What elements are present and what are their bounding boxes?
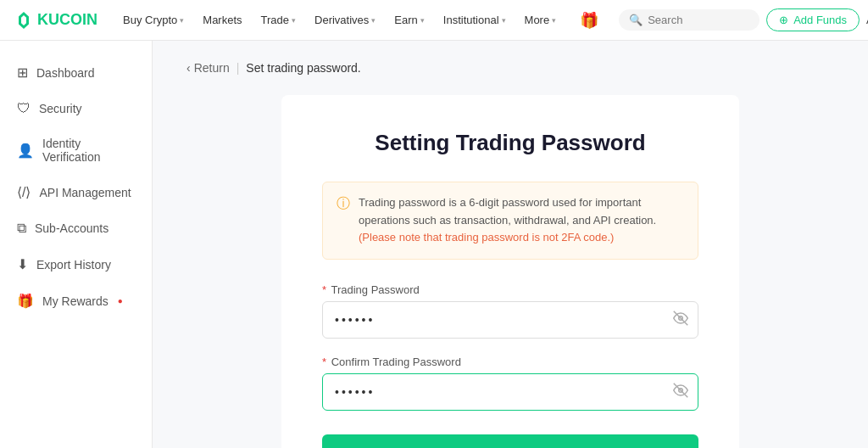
nav-earn[interactable]: Earn ▾ (386, 0, 432, 41)
brand-name: KUCOIN (37, 11, 97, 29)
trading-password-input-wrap (322, 301, 698, 339)
search-bar[interactable]: 🔍 (619, 9, 760, 31)
navbar-right: ⊕ Add Funds Assets ▾ Orders ▾ AM 🔔 ☰ (766, 8, 868, 32)
confirm-password-label: * Confirm Trading Password (322, 356, 698, 368)
layers-icon: ⧉ (17, 221, 26, 236)
confirm-password-field-group: * Confirm Trading Password (322, 356, 698, 411)
search-input[interactable] (648, 14, 749, 26)
form-title: Setting Trading Password (322, 129, 698, 158)
chevron-down-icon: ▾ (502, 16, 506, 25)
nav-gift-icon[interactable]: 🎁 (571, 0, 607, 41)
breadcrumb-current: Set trading password. (246, 61, 360, 75)
sidebar-item-identity-verification[interactable]: 👤 Identity Verification (0, 126, 152, 174)
sidebar-item-security[interactable]: 🛡 Security (0, 91, 152, 126)
info-icon: ⓘ (337, 195, 350, 213)
sidebar-item-sub-accounts[interactable]: ⧉ Sub-Accounts (0, 210, 152, 246)
grid-icon: ⊞ (17, 64, 28, 81)
chevron-down-icon: ▾ (371, 16, 376, 25)
user-check-icon: 👤 (17, 143, 34, 159)
rewards-badge: ● (118, 296, 123, 305)
gift-icon: 🎁 (17, 293, 34, 309)
code-icon: ⟨/⟩ (17, 184, 31, 200)
form-card: Setting Trading Password ⓘ Trading passw… (281, 95, 739, 448)
info-box: ⓘ Trading password is a 6-digit password… (322, 182, 698, 260)
nav-trade[interactable]: Trade ▾ (253, 0, 304, 41)
add-funds-button[interactable]: ⊕ Add Funds (766, 8, 860, 31)
nav-markets[interactable]: Markets (194, 0, 250, 41)
password-visibility-toggle-1[interactable] (673, 311, 688, 329)
back-button[interactable]: ‹ Return (186, 61, 230, 75)
download-icon: ⬇ (17, 256, 28, 272)
chevron-down-icon: ▾ (180, 16, 184, 25)
trading-password-input[interactable] (322, 301, 698, 339)
sidebar-item-dashboard[interactable]: ⊞ Dashboard (0, 54, 152, 91)
nav-institutional[interactable]: Institutional ▾ (435, 0, 515, 41)
password-visibility-toggle-2[interactable] (673, 383, 688, 401)
sidebar-item-my-rewards[interactable]: 🎁 My Rewards ● (0, 283, 152, 319)
nav-menu: Buy Crypto ▾ Markets Trade ▾ Derivatives… (114, 0, 612, 41)
sidebar: ⊞ Dashboard 🛡 Security 👤 Identity Verifi… (0, 41, 153, 448)
nav-derivatives[interactable]: Derivatives ▾ (306, 0, 384, 41)
trading-password-field-group: * Trading Password (322, 283, 698, 339)
sidebar-item-export-history[interactable]: ⬇ Export History (0, 246, 152, 283)
info-text: Trading password is a 6-digit password u… (359, 194, 684, 247)
chevron-down-icon: ▾ (292, 16, 296, 25)
chevron-down-icon: ▾ (420, 16, 425, 25)
logo[interactable]: KUCOIN (14, 10, 97, 31)
confirm-password-input[interactable] (322, 373, 698, 411)
nav-more[interactable]: More ▾ (516, 0, 565, 41)
breadcrumb: ‹ Return | Set trading password. (186, 61, 834, 75)
trading-password-label: * Trading Password (322, 283, 698, 296)
back-arrow-icon: ‹ (186, 61, 191, 75)
main-content: ‹ Return | Set trading password. Setting… (153, 41, 868, 448)
breadcrumb-separator: | (236, 61, 240, 75)
layout: ⊞ Dashboard 🛡 Security 👤 Identity Verifi… (0, 41, 868, 448)
confirm-password-input-wrap (322, 373, 698, 411)
chevron-down-icon: ▾ (552, 16, 556, 25)
confirm-button[interactable]: Confirm (322, 434, 698, 448)
shield-icon: 🛡 (17, 101, 31, 116)
navbar: KUCOIN Buy Crypto ▾ Markets Trade ▾ Deri… (0, 0, 868, 41)
search-icon: 🔍 (629, 14, 643, 26)
nav-buy-crypto[interactable]: Buy Crypto ▾ (114, 0, 192, 41)
sidebar-item-api-management[interactable]: ⟨/⟩ API Management (0, 174, 152, 210)
